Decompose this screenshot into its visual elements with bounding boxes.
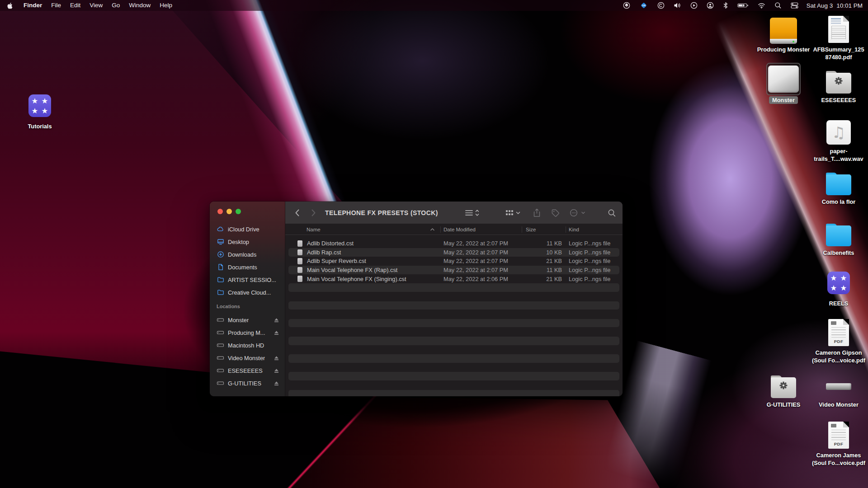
desktop-icon-label: G-UTILITIES	[767, 401, 801, 409]
file-icon	[297, 266, 302, 275]
spotlight-icon[interactable]	[774, 2, 782, 9]
empty-row	[285, 337, 623, 346]
column-header-name[interactable]: Name	[307, 224, 321, 235]
menu-help[interactable]: Help	[155, 0, 177, 11]
window-controls	[217, 209, 241, 214]
empty-row	[285, 345, 623, 354]
file-kind: Logic P...ngs file	[569, 239, 610, 248]
sidebar-item-g-utilities[interactable]: G-UTILITIES	[210, 377, 285, 389]
menu-go[interactable]: Go	[107, 0, 124, 11]
menu-bar-time: 10:01 PM	[836, 2, 863, 9]
wifi-icon[interactable]	[758, 2, 765, 9]
sidebar-item-label: ARTIST SESSIO...	[228, 277, 276, 283]
icloud-icon	[217, 225, 224, 233]
desktop-icon-monster-selected[interactable]: Monster	[754, 63, 813, 104]
sidebar-item-eseseeees[interactable]: ESESEEEES	[210, 364, 285, 377]
view-list-button[interactable]	[465, 202, 480, 224]
sidebar-item-creative-cloud[interactable]: Creative Cloud...	[210, 286, 285, 299]
sidebar-item-video-monster[interactable]: Video Monster	[210, 352, 285, 364]
volume-icon[interactable]	[674, 2, 681, 9]
share-button[interactable]	[533, 202, 541, 224]
desktop-icon-video-monster[interactable]: Video Monster	[809, 370, 868, 409]
finder-window: iCloud Drive Desktop Downloads Documents…	[209, 201, 623, 397]
more-actions-button[interactable]	[570, 202, 586, 224]
folder-icon	[217, 276, 224, 283]
empty-row	[285, 389, 623, 396]
menu-view[interactable]: View	[85, 0, 107, 11]
file-kind: Logic P...ngs file	[569, 248, 610, 257]
play-status-icon[interactable]	[690, 2, 698, 9]
sidebar-item-label: G-UTILITIES	[228, 380, 261, 387]
desktop-icon-producing-monster[interactable]: Producing Monster	[754, 15, 813, 54]
search-button[interactable]	[608, 202, 616, 224]
file-size: 21 KB	[522, 274, 562, 283]
column-header-date-modified[interactable]: Date Modified	[443, 224, 476, 235]
eject-button[interactable]	[274, 380, 279, 386]
drive-icon	[217, 367, 224, 374]
desktop-icon-paper-trails-wav[interactable]: ♫ paper-trails_T....wav.wav	[809, 117, 868, 163]
menu-finder[interactable]: Finder	[19, 0, 47, 11]
group-view-button[interactable]	[505, 202, 521, 224]
menu-window[interactable]: Window	[124, 0, 155, 11]
file-name: Adlib Distorted.cst	[307, 239, 354, 248]
sidebar-item-desktop[interactable]: Desktop	[210, 235, 285, 248]
sidebar-item-icloud-drive[interactable]: iCloud Drive	[210, 223, 285, 235]
desktop-icon-como-la-flor[interactable]: Como la flor	[809, 167, 868, 206]
desktop-icon-label: REELS	[829, 300, 849, 308]
sidebar-item-downloads[interactable]: Downloads	[210, 248, 285, 261]
empty-row	[285, 283, 623, 292]
desktop-icon-eseseeees[interactable]: ESESEEEES	[809, 66, 868, 104]
sidebar-item-macintosh-hd[interactable]: Macintosh HD	[210, 339, 285, 352]
eject-button[interactable]	[274, 355, 279, 361]
file-row[interactable]: Adlib Rap.cst May 22, 2022 at 2:07 PM 10…	[285, 248, 623, 257]
user-circle-icon[interactable]	[707, 2, 714, 9]
drive-icon	[217, 329, 224, 336]
file-date: May 22, 2022 at 2:07 PM	[443, 239, 508, 248]
desktop-icon-g-utilities[interactable]: G-UTILITIES	[754, 370, 813, 409]
desktop-icon-calbenefits[interactable]: Calbenefits	[809, 218, 868, 257]
menu-edit[interactable]: Edit	[66, 0, 85, 11]
apple-menu-icon[interactable]	[6, 2, 14, 9]
file-row[interactable]: Adlib Distorted.cst May 22, 2022 at 2:07…	[285, 239, 623, 248]
sidebar-item-monster[interactable]: Monster	[210, 314, 285, 326]
file-icon	[297, 257, 302, 266]
universal-audio-icon[interactable]: UA	[639, 2, 648, 9]
sidebar-item-producing-monster[interactable]: Producing M...	[210, 326, 285, 339]
menu-file[interactable]: File	[47, 0, 66, 11]
sidebar-item-label: ESESEEEES	[228, 367, 263, 374]
drive-icon	[217, 380, 224, 387]
sidebar-item-artist-sessions[interactable]: ARTIST SESSIO...	[210, 273, 285, 286]
bluetooth-icon[interactable]	[723, 2, 728, 9]
battery-icon[interactable]	[737, 2, 749, 9]
pdf-file-icon: PDF	[828, 319, 849, 346]
selection-highlight	[766, 63, 801, 95]
menu-bar-clock[interactable]: Sat Aug 310:01 PM	[807, 2, 863, 9]
zoom-button[interactable]	[236, 209, 241, 214]
column-header-kind[interactable]: Kind	[569, 224, 579, 235]
white-drive-icon	[768, 66, 799, 93]
eject-button[interactable]	[274, 317, 279, 323]
desktop-icon-label: ESESEEEES	[821, 97, 856, 104]
file-row[interactable]: Main Vocal Telephone FX (Rap).cst May 22…	[285, 266, 623, 275]
notification-bell-icon[interactable]	[623, 2, 630, 9]
eject-button[interactable]	[274, 368, 279, 374]
desktop-icon-tutorials[interactable]: ★★★★ Tutorials	[13, 92, 67, 131]
file-row[interactable]: Adlib Super Reverb.cst May 22, 2022 at 2…	[285, 257, 623, 266]
control-center-icon[interactable]	[791, 2, 798, 9]
forward-button[interactable]	[310, 202, 316, 224]
desktop-icon-reels[interactable]: ★★★★ REELS	[809, 269, 868, 308]
adobe-creative-cloud-icon[interactable]	[657, 2, 665, 9]
desktop-icon-label: Monster	[769, 96, 798, 104]
minimize-button[interactable]	[226, 209, 232, 214]
eject-button[interactable]	[274, 330, 279, 336]
back-button[interactable]	[294, 202, 301, 224]
column-header-size[interactable]: Size	[526, 224, 536, 235]
desktop-icon-cameron-gipson-pdf[interactable]: PDF Cameron Gipson(Soul Fo...voice.pdf	[808, 318, 868, 364]
blue-folder-icon	[826, 226, 851, 246]
desktop-icon-afbsummary-pdf[interactable]: AFBSummary_12587480.pdf	[808, 15, 868, 61]
desktop-icon-cameron-james-pdf[interactable]: PDF Cameron James(Soul Fo...voice.pdf	[808, 421, 868, 467]
close-button[interactable]	[217, 209, 223, 214]
sidebar-item-documents[interactable]: Documents	[210, 261, 285, 273]
file-row[interactable]: Main Vocal Telephone FX (Singing).cst Ma…	[285, 274, 623, 283]
tag-button[interactable]	[551, 202, 560, 224]
